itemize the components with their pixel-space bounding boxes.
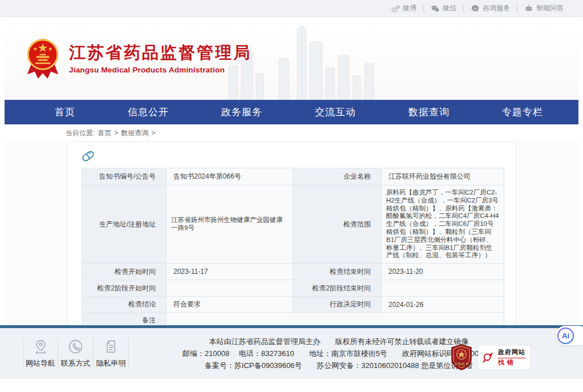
inspection-start-value: 2023-11-17 — [167, 264, 293, 280]
breadcrumb-data-query-link[interactable]: 数据查询 — [121, 128, 148, 138]
phase2-start-label: 检查2阶段开始时间 — [82, 280, 167, 297]
contact-label: 联系方式 — [61, 358, 91, 369]
magnifier-icon — [482, 351, 495, 363]
company-name-label: 企业名称 — [293, 168, 382, 185]
page: 微博 微信 咨询服务 — [0, 0, 583, 392]
decision-date-value: 2024-01-26 — [382, 297, 504, 313]
smart-qa-link[interactable]: 智能问答 — [524, 3, 564, 13]
topbar-divider — [517, 5, 517, 12]
top-utility-bar: 微博 微信 咨询服务 — [0, 0, 583, 17]
conclusion-value: 符合要求 — [167, 297, 293, 313]
inspection-end-label: 检查结束时间 — [293, 264, 382, 280]
site-subtitle: Jiangsu Medical Products Administration — [69, 66, 252, 74]
inspection-detail-table: 告知书编号/公告号 告知书2024年第066号 企业名称 江苏联环药业股份有限公… — [82, 168, 504, 329]
privacy-label: 隐私申明 — [96, 358, 126, 369]
table-row: 检查结论 符合要求 行政决定时间 2024-01-26 — [82, 297, 504, 313]
wechat-icon — [431, 4, 440, 13]
consult-service-link[interactable]: 咨询服务 — [471, 3, 510, 13]
ai-assistant-button[interactable]: Ai — [556, 326, 583, 345]
breadcrumb: 当前位置: 首页 > 数据查询 > — [5, 124, 578, 142]
notice-number-value: 告知书2024年第066号 — [167, 168, 293, 185]
site-map-link[interactable]: 网站导航 — [23, 338, 58, 370]
company-name-value: 江苏联环药业股份有限公司 — [382, 168, 504, 185]
breadcrumb-home-link[interactable]: 首页 — [98, 128, 111, 138]
phase2-start-value — [167, 280, 293, 297]
inspection-scope-label: 检查范围 — [293, 185, 382, 264]
footer-badges: 党政机关 政府网站 找错 — [451, 344, 531, 370]
detail-card: 告知书编号/公告号 告知书2024年第066号 企业名称 江苏联环药业股份有限公… — [67, 142, 516, 338]
phase2-end-value — [382, 280, 504, 297]
phone-icon — [68, 339, 83, 354]
inspection-scope-value: 原料药【曲克芦丁，一车间C2厂房C2-H2生产线（合成），一车间C2厂房3号精烘… — [382, 185, 504, 264]
error-badge-subtitle: 找错 — [498, 358, 525, 367]
nav-item-info-disclosure[interactable]: 信息公开 — [128, 107, 169, 118]
inspection-start-label: 检查开始时间 — [82, 264, 167, 280]
breadcrumb-prefix: 当前位置: — [66, 128, 95, 138]
weibo-link[interactable]: 微博 — [391, 3, 416, 13]
ai-assistant-icon: Ai — [557, 328, 574, 344]
main-nav: 首页 信息公开 政务服务 交流互动 数据查询 专题专栏 — [5, 100, 578, 124]
nav-item-home[interactable]: 首页 — [55, 107, 75, 118]
location-pin-icon — [33, 339, 48, 354]
privacy-doc-icon — [103, 339, 119, 354]
site-map-label: 网站导航 — [26, 358, 55, 369]
nav-item-interaction[interactable]: 交流互动 — [315, 107, 356, 118]
breadcrumb-separator: > — [151, 129, 155, 137]
gov-badge-text: 党政机关 — [454, 362, 469, 366]
site-footer: 网站导航 联系方式 隐私申明 本站由江苏 — [0, 325, 583, 379]
topbar-divider — [463, 5, 464, 12]
capsule-icon — [80, 148, 96, 163]
conclusion-label: 检查结论 — [82, 297, 167, 313]
error-badge-title: 政府网站 — [498, 348, 525, 357]
robot-icon — [524, 4, 533, 13]
national-emblem-logo — [26, 38, 60, 80]
weibo-icon — [391, 4, 400, 13]
bottom-strip — [0, 379, 583, 392]
privacy-link[interactable]: 隐私申明 — [94, 338, 129, 370]
phase2-end-label: 检查2阶段结束时间 — [293, 280, 382, 297]
nav-item-special-topics[interactable]: 专题专栏 — [502, 107, 543, 118]
notice-number-label: 告知书编号/公告号 — [82, 168, 167, 185]
inspection-end-value: 2023-11-20 — [382, 264, 504, 280]
table-row: 检查开始时间 2023-11-17 检查结束时间 2023-11-20 — [82, 264, 504, 280]
website-error-report-badge[interactable]: 政府网站 找错 — [478, 345, 531, 370]
gov-agency-badge[interactable]: 党政机关 — [451, 344, 472, 370]
contact-link[interactable]: 联系方式 — [58, 338, 94, 370]
main-content: 告知书编号/公告号 告知书2024年第066号 企业名称 江苏联环药业股份有限公… — [5, 142, 578, 325]
table-row: 检查2阶段开始时间 检查2阶段结束时间 — [82, 280, 504, 297]
chat-bubble-icon — [471, 4, 480, 13]
nav-item-gov-services[interactable]: 政务服务 — [221, 107, 262, 118]
address-value: 江苏省扬州市扬州生物健康产业园健康一路9号 — [167, 185, 293, 264]
nav-item-data-query[interactable]: 数据查询 — [408, 107, 450, 118]
weibo-label: 微博 — [403, 3, 416, 13]
smart-qa-label: 智能问答 — [536, 3, 564, 13]
decision-date-label: 行政决定时间 — [293, 297, 382, 313]
site-header: 江苏省药品监督管理局 Jiangsu Medical Products Admi… — [5, 17, 578, 100]
consult-service-label: 咨询服务 — [483, 3, 510, 13]
address-label: 生产地址/注册地址 — [82, 185, 167, 264]
site-title: 江苏省药品监督管理局 — [69, 43, 252, 62]
table-row: 生产地址/注册地址 江苏省扬州市扬州生物健康产业园健康一路9号 检查范围 原料药… — [82, 185, 504, 264]
wechat-link[interactable]: 微信 — [431, 3, 456, 13]
breadcrumb-separator: > — [114, 129, 118, 137]
footer-links: 网站导航 联系方式 隐私申明 — [23, 338, 129, 370]
table-row: 告知书编号/公告号 告知书2024年第066号 企业名称 江苏联环药业股份有限公… — [82, 168, 504, 185]
topbar-divider — [423, 5, 424, 12]
brand[interactable]: 江苏省药品监督管理局 Jiangsu Medical Products Admi… — [26, 38, 252, 80]
wechat-label: 微信 — [443, 3, 456, 13]
